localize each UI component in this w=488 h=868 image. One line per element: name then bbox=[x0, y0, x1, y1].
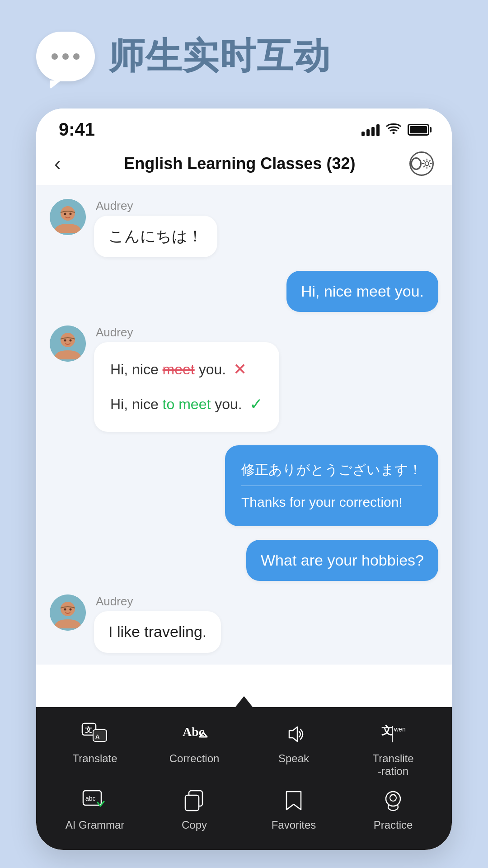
phone-frame: 9:41 ‹ English Learning bbox=[36, 108, 452, 850]
svg-point-12 bbox=[64, 609, 66, 611]
translate-icon: 文 A bbox=[79, 721, 111, 748]
msg-content: Audrey こんにちは！ bbox=[94, 199, 217, 257]
favorites-icon bbox=[278, 787, 310, 814]
svg-point-9 bbox=[70, 340, 72, 342]
dot2 bbox=[62, 53, 69, 60]
battery-icon bbox=[408, 124, 429, 136]
bubble-text: Hi, nice meet you. bbox=[301, 283, 424, 300]
ai-grammar-label: AI Grammar bbox=[66, 819, 125, 832]
chat-bubble: こんにちは！ bbox=[94, 216, 217, 257]
translate-tool[interactable]: 文 A Translate bbox=[59, 721, 131, 778]
correction-correct-line: Hi, nice to meet you. ✓ bbox=[110, 390, 263, 419]
toolbar-pointer bbox=[235, 696, 253, 708]
svg-point-5 bbox=[70, 213, 72, 215]
header-area: 师生实时互动 bbox=[0, 0, 488, 99]
msg-sender: Audrey bbox=[96, 594, 221, 609]
practice-tool[interactable]: Practice bbox=[357, 787, 429, 832]
svg-text:A: A bbox=[95, 733, 100, 740]
message-row: Audrey こんにちは！ bbox=[50, 199, 438, 257]
translate-label: Translate bbox=[72, 752, 117, 765]
svg-point-1 bbox=[425, 162, 429, 165]
thankyou-bubble: 修正ありがとうございます！ Thanks for your correction… bbox=[225, 445, 438, 526]
wrong-text: Hi, nice meet you. bbox=[110, 357, 226, 383]
avatar bbox=[50, 594, 86, 631]
svg-point-0 bbox=[393, 132, 395, 134]
speak-tool[interactable]: Speak bbox=[258, 721, 330, 778]
ai-grammar-icon: abc bbox=[79, 787, 111, 814]
svg-point-3 bbox=[61, 206, 75, 221]
nav-title: English Learning Classes (32) bbox=[70, 154, 409, 173]
correction-icon: Abc bbox=[178, 721, 210, 748]
bubble-text: What are your hobbies? bbox=[261, 552, 424, 569]
chat-area: Audrey こんにちは！ Hi, nice meet you. bbox=[36, 185, 452, 665]
message-row: Audrey I like traveling. bbox=[50, 594, 438, 653]
signal-bars-icon bbox=[361, 123, 380, 136]
dot1 bbox=[52, 53, 58, 60]
svg-point-28 bbox=[390, 795, 396, 801]
copy-icon bbox=[178, 787, 210, 814]
chat-bubble-dots bbox=[52, 53, 80, 60]
correction-bubble: Hi, nice meet you. ✕ Hi, nice to meet yo… bbox=[94, 342, 279, 432]
msg-content: Audrey I like traveling. bbox=[94, 594, 221, 653]
svg-text:文: 文 bbox=[85, 726, 92, 734]
chat-bubble: Hi, nice meet you. bbox=[286, 271, 438, 312]
back-button[interactable]: ‹ bbox=[54, 152, 61, 175]
msg-content: What are your hobbies? bbox=[246, 540, 438, 581]
toolbar-row-2: abc AI Grammar Copy bbox=[36, 783, 452, 836]
svg-point-8 bbox=[64, 340, 66, 342]
chat-bubble: What are your hobbies? bbox=[246, 540, 438, 581]
status-bar: 9:41 bbox=[36, 108, 452, 144]
transliteration-tool[interactable]: 文 wen Translite -ration bbox=[357, 721, 429, 778]
svg-text:文: 文 bbox=[381, 724, 393, 736]
message-row: What are your hobbies? bbox=[50, 540, 438, 581]
svg-text:wen: wen bbox=[394, 726, 406, 733]
svg-point-27 bbox=[386, 792, 400, 806]
nav-bar: ‹ English Learning Classes (32) bbox=[36, 144, 452, 185]
msg-content: Audrey Hi, nice meet you. ✕ Hi, nice to … bbox=[94, 326, 279, 432]
thankyou-line2: Thanks for your correction! bbox=[241, 491, 422, 514]
favorites-label: Favorites bbox=[272, 819, 316, 832]
svg-point-11 bbox=[61, 602, 75, 616]
status-time: 9:41 bbox=[59, 119, 95, 140]
practice-icon bbox=[377, 787, 409, 814]
correct-word: to meet bbox=[163, 396, 211, 412]
avatar bbox=[50, 326, 86, 362]
chat-bubble: I like traveling. bbox=[94, 611, 221, 653]
favorites-tool[interactable]: Favorites bbox=[258, 787, 330, 832]
status-icons bbox=[361, 122, 429, 137]
svg-point-7 bbox=[61, 333, 75, 347]
bubble-text: こんにちは！ bbox=[108, 227, 203, 245]
dot3 bbox=[73, 53, 80, 60]
speak-label: Speak bbox=[278, 752, 309, 765]
transliteration-icon: 文 wen bbox=[377, 721, 409, 748]
wifi-icon bbox=[386, 122, 401, 137]
correction-label: Correction bbox=[169, 752, 220, 765]
message-row: Audrey Hi, nice meet you. ✕ Hi, nice to … bbox=[50, 326, 438, 432]
copy-label: Copy bbox=[182, 819, 207, 832]
msg-content: 修正ありがとうございます！ Thanks for your correction… bbox=[225, 445, 438, 526]
svg-point-4 bbox=[64, 213, 66, 215]
correction-tool[interactable]: Abc Correction bbox=[158, 721, 230, 778]
settings-icon[interactable] bbox=[409, 151, 434, 176]
bubble-text: I like traveling. bbox=[108, 623, 206, 640]
correction-wrong-line: Hi, nice meet you. ✕ bbox=[110, 355, 263, 384]
chat-bubble-icon bbox=[36, 32, 95, 81]
avatar bbox=[50, 199, 86, 235]
msg-content: Hi, nice meet you. bbox=[286, 271, 438, 312]
header-title: 师生实时互动 bbox=[108, 32, 331, 81]
msg-sender: Audrey bbox=[96, 199, 217, 213]
toolbar-row-1: 文 A Translate Abc Correction bbox=[36, 716, 452, 783]
correct-text: Hi, nice to meet you. bbox=[110, 392, 242, 418]
msg-sender: Audrey bbox=[96, 326, 279, 340]
svg-text:abc: abc bbox=[85, 795, 96, 802]
message-row: 修正ありがとうございます！ Thanks for your correction… bbox=[50, 445, 438, 526]
svg-point-13 bbox=[70, 609, 72, 611]
bottom-toolbar: 文 A Translate Abc Correction bbox=[36, 707, 452, 850]
message-row: Hi, nice meet you. bbox=[50, 271, 438, 312]
copy-tool[interactable]: Copy bbox=[158, 787, 230, 832]
speak-icon bbox=[278, 721, 310, 748]
practice-label: Practice bbox=[374, 819, 413, 832]
svg-rect-26 bbox=[185, 795, 199, 811]
ai-grammar-tool[interactable]: abc AI Grammar bbox=[59, 787, 131, 832]
strikethrough-word: meet bbox=[163, 361, 195, 377]
